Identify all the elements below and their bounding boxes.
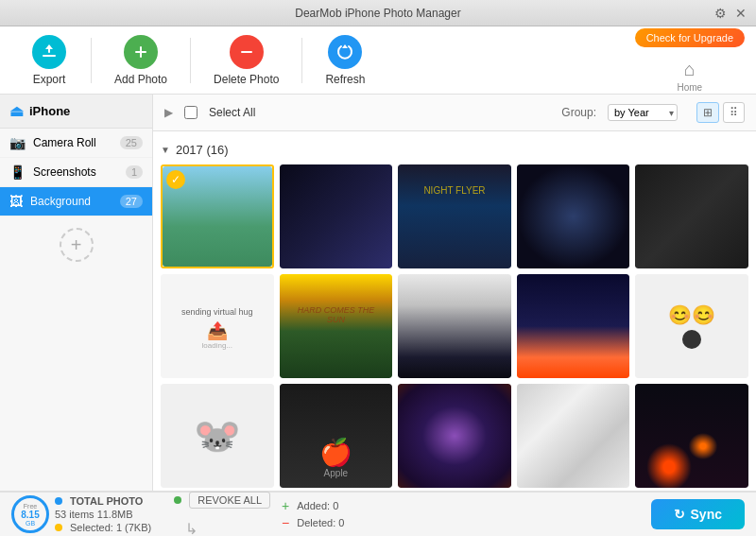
camera-roll-label: Camera Roll — [33, 136, 112, 149]
background-label: Background — [30, 195, 112, 208]
svg-marker-6 — [342, 44, 348, 48]
sidebar-device-header: ⏏ iPhone — [0, 95, 152, 129]
photo-bg-7: HARD COMES THE SUN — [280, 274, 393, 378]
add-photo-button[interactable]: Add Photo — [95, 27, 186, 94]
photo-bg-10: 😊😊 — [635, 274, 748, 378]
photo-thumb-3[interactable]: NIGHT FLYER — [398, 164, 511, 268]
photo-thumb-2[interactable] — [280, 164, 393, 268]
photo-bg-5 — [635, 164, 748, 268]
photo-bg-13 — [398, 384, 511, 488]
sidebar-item-screenshots[interactable]: 📱 Screenshots 1 — [0, 158, 152, 187]
triangle-toggle[interactable]: ▶ — [164, 106, 173, 119]
close-button[interactable]: ✕ — [733, 6, 748, 21]
background-icon: 🖼 — [9, 194, 23, 209]
photo-thumb-6[interactable]: sending virtual hug 📤 loading... — [161, 274, 274, 378]
photo-thumb-7[interactable]: HARD COMES THE SUN — [280, 274, 393, 378]
device-eject-icon: ⏏ — [9, 102, 24, 120]
green-dot — [174, 496, 181, 504]
group-select-wrap: by Year by Month by Day — [608, 104, 678, 121]
toolbar: Export Add Photo Delete Photo Refresh — [0, 26, 756, 95]
home-button[interactable]: ⌂ Home — [677, 59, 702, 93]
added-label: Added: 0 — [297, 500, 338, 511]
photo-grid-container[interactable]: ▼ 2017 (16) ✓ NIGHT FLYER — [153, 131, 756, 491]
photo-thumb-10[interactable]: 😊😊 — [635, 274, 748, 378]
free-label: Free — [24, 503, 37, 510]
photo-thumb-13[interactable] — [398, 384, 511, 488]
year-collapse-icon[interactable]: ▼ — [161, 145, 170, 155]
photo-bg-9 — [517, 274, 630, 378]
photo-thumb-12[interactable]: 🍎 Apple — [280, 384, 393, 488]
toolbar-right: Check for Upgrade ⌂ Home — [635, 28, 745, 93]
grid-view-button[interactable]: ⊞ — [696, 102, 719, 123]
total-photo-row: TOTAL PHOTO — [55, 495, 151, 507]
title-bar: DearMob iPhone Photo Manager ⚙ ✕ — [0, 0, 756, 26]
yellow-dot — [55, 524, 62, 531]
svg-rect-4 — [135, 51, 146, 53]
camera-roll-count: 25 — [120, 136, 143, 149]
check-overlay-1: ✓ — [166, 170, 185, 189]
sync-icon: ↻ — [674, 507, 685, 522]
refresh-button[interactable]: Refresh — [306, 27, 384, 94]
storage-unit: GB — [26, 520, 35, 527]
footer: Free 8.15 GB TOTAL PHOTO 53 items 11.8MB… — [0, 491, 756, 536]
svg-rect-5 — [241, 51, 252, 53]
deleted-label: Deleted: 0 — [297, 517, 344, 528]
group-label: Group: — [561, 106, 596, 119]
app-title: DearMob iPhone Photo Manager — [295, 7, 460, 20]
export-label: Export — [33, 73, 66, 86]
total-photo-label: TOTAL PHOTO — [70, 495, 143, 507]
sync-button[interactable]: ↻ Sync — [651, 499, 745, 529]
divider-2 — [190, 38, 191, 83]
photo-thumb-5[interactable] — [635, 164, 748, 268]
add-photo-label: Add Photo — [114, 73, 167, 86]
check-upgrade-button[interactable]: Check for Upgrade — [635, 28, 745, 47]
svg-rect-0 — [43, 55, 56, 57]
photo-bg-12: 🍎 Apple — [280, 384, 393, 488]
photo-bg-2 — [280, 164, 393, 268]
year-header[interactable]: ▼ 2017 (16) — [161, 139, 748, 164]
action-bar: ▶ Select All Group: by Year by Month by … — [153, 95, 756, 131]
refresh-icon — [328, 35, 362, 69]
sidebar-item-background[interactable]: 🖼 Background 27 — [0, 187, 152, 216]
photo-thumb-1[interactable]: ✓ — [161, 164, 274, 268]
home-icon: ⌂ — [684, 59, 696, 80]
export-button[interactable]: Export — [11, 27, 87, 94]
photo-thumb-11[interactable]: 🐭 — [161, 384, 274, 488]
sync-label: Sync — [691, 507, 722, 522]
add-album-button[interactable]: + — [60, 228, 94, 262]
revoke-all-button[interactable]: REVOKE ALL — [189, 492, 270, 509]
view-toggle: ⊞ ⠿ — [696, 102, 745, 123]
svg-marker-2 — [45, 44, 53, 49]
selected-info: Selected: 1 (7KB) — [70, 522, 151, 533]
revoke-row: REVOKE ALL — [174, 492, 270, 509]
blue-dot — [55, 497, 62, 505]
selected-info-row: Selected: 1 (7KB) — [55, 522, 151, 533]
select-all-label: Select All — [209, 106, 255, 119]
photo-bg-8 — [398, 274, 511, 378]
device-name: iPhone — [29, 104, 70, 118]
year-label: 2017 (16) — [176, 143, 229, 157]
group-select[interactable]: by Year by Month by Day — [608, 104, 678, 121]
photo-thumb-15[interactable] — [635, 384, 748, 488]
photo-thumb-9[interactable] — [517, 274, 630, 378]
refresh-label: Refresh — [325, 73, 365, 86]
add-photo-icon — [124, 35, 158, 69]
footer-right: + Added: 0 − Deleted: 0 — [282, 498, 344, 530]
photo-thumb-8[interactable] — [398, 274, 511, 378]
sidebar-item-camera-roll[interactable]: 📷 Camera Roll 25 — [0, 129, 152, 158]
divider-3 — [301, 38, 302, 83]
storage-indicator: Free 8.15 GB — [11, 495, 49, 533]
photo-thumb-14[interactable] — [517, 384, 630, 488]
deleted-row: − Deleted: 0 — [282, 515, 344, 530]
photo-bg-6: sending virtual hug 📤 loading... — [161, 274, 274, 378]
delete-photo-button[interactable]: Delete Photo — [195, 27, 298, 94]
select-all-checkbox[interactable] — [184, 106, 198, 119]
photo-bg-14 — [517, 384, 630, 488]
footer-mid: REVOKE ALL ↳ — [174, 492, 270, 537]
small-grid-view-button[interactable]: ⠿ — [723, 102, 745, 123]
settings-button[interactable]: ⚙ — [713, 6, 728, 21]
photo-bg-15 — [635, 384, 748, 488]
photo-thumb-4[interactable] — [517, 164, 630, 268]
screenshots-icon: 📱 — [9, 164, 26, 180]
photo-bg-11: 🐭 — [161, 384, 274, 488]
